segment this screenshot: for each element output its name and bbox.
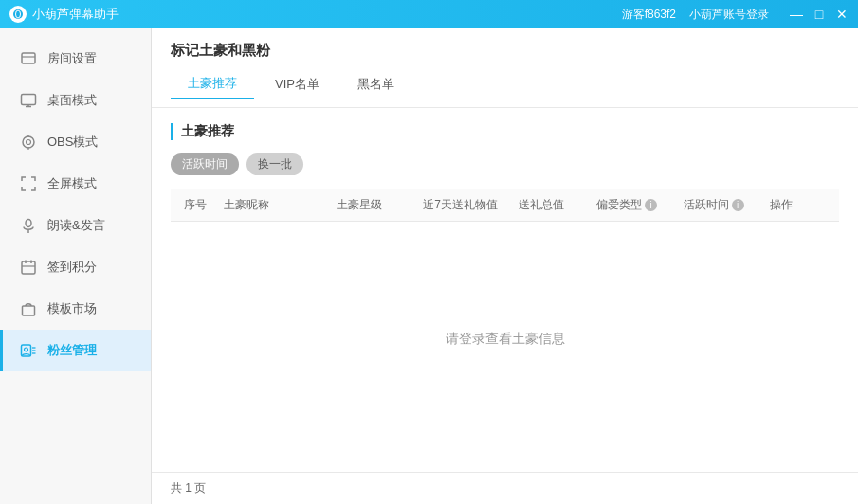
fullscreen-mode-icon — [19, 174, 38, 193]
user-id: 游客f863f2 — [622, 7, 676, 23]
app-title: 小葫芦弹幕助手 — [32, 6, 119, 23]
svg-rect-17 — [23, 306, 35, 315]
read-speak-icon — [19, 216, 38, 235]
title-bar: 小葫芦弹幕助手 游客f863f2 小葫芦账号登录 — □ ✕ — [0, 0, 858, 28]
section-title: 土豪推荐 — [171, 123, 839, 140]
empty-state: 请登录查看土豪信息 — [171, 222, 839, 457]
sidebar-label-template-market: 模板市场 — [47, 300, 97, 317]
svg-point-8 — [27, 140, 31, 145]
svg-point-11 — [26, 220, 31, 227]
sidebar-item-read-speak[interactable]: 朗读&发言 — [0, 205, 151, 246]
svg-rect-2 — [22, 53, 35, 63]
title-bar-right: 游客f863f2 小葫芦账号登录 — □ ✕ — [622, 7, 849, 23]
fan-management-icon — [19, 341, 38, 360]
col-header-op: 操作 — [770, 197, 839, 213]
close-button[interactable]: ✕ — [835, 8, 849, 21]
sidebar-label-desktop-mode: 桌面模式 — [47, 92, 97, 109]
svg-point-7 — [23, 136, 34, 148]
col-header-seq: 序号 — [171, 197, 224, 213]
col-header-level: 土豪星级 — [337, 197, 423, 213]
template-market-icon — [19, 299, 38, 318]
page-header: 标记土豪和黑粉 土豪推荐 VIP名单 黑名单 — [152, 28, 858, 108]
col-header-fav: 偏爱类型 i — [596, 197, 683, 213]
minimize-button[interactable]: — — [790, 8, 803, 21]
col-header-gift7: 近7天送礼物值 — [423, 197, 519, 213]
tab-blacklist[interactable]: 黑名单 — [340, 69, 411, 99]
content-area: 标记土豪和黑粉 土豪推荐 VIP名单 黑名单 土豪推荐 活跃时间 换一批 序号 … — [152, 28, 858, 504]
col-header-active: 活跃时间 i — [684, 197, 770, 213]
filter-activity-time[interactable]: 活跃时间 — [171, 153, 239, 175]
svg-rect-13 — [22, 261, 35, 274]
sidebar-label-read-speak: 朗读&发言 — [47, 217, 105, 234]
active-info-icon[interactable]: i — [732, 199, 744, 211]
desktop-mode-icon — [19, 91, 38, 110]
sidebar-item-template-market[interactable]: 模板市场 — [0, 288, 151, 330]
sidebar-item-desktop-mode[interactable]: 桌面模式 — [0, 80, 151, 121]
tab-vip-list[interactable]: VIP名单 — [258, 69, 337, 99]
page-title: 标记土豪和黑粉 — [171, 42, 839, 60]
title-bar-left: 小葫芦弹幕助手 — [9, 6, 119, 23]
sidebar-label-fan-management: 粉丝管理 — [47, 342, 97, 359]
filter-bar: 活跃时间 换一批 — [171, 153, 839, 175]
sidebar-item-room-settings[interactable]: 房间设置 — [0, 38, 151, 80]
svg-rect-4 — [22, 95, 36, 105]
login-link[interactable]: 小葫芦账号登录 — [689, 7, 769, 23]
sidebar: 房间设置 桌面模式 OBS模式 — [0, 28, 152, 504]
room-settings-icon — [19, 49, 38, 68]
main-layout: 房间设置 桌面模式 OBS模式 — [0, 28, 858, 504]
tab-tuhao-recommend[interactable]: 土豪推荐 — [171, 69, 254, 99]
obs-mode-icon — [19, 133, 38, 152]
fav-info-icon[interactable]: i — [645, 199, 657, 211]
app-logo — [9, 6, 27, 23]
sidebar-item-checkin-points[interactable]: 签到积分 — [0, 246, 151, 288]
sidebar-label-obs-mode: OBS模式 — [47, 134, 98, 151]
svg-point-19 — [25, 348, 28, 351]
sidebar-label-room-settings: 房间设置 — [47, 50, 97, 67]
sidebar-item-fan-management[interactable]: 粉丝管理 — [0, 330, 151, 371]
col-header-name: 土豪昵称 — [224, 197, 337, 213]
sidebar-label-fullscreen-mode: 全屏模式 — [47, 175, 97, 192]
tab-bar: 土豪推荐 VIP名单 黑名单 — [171, 69, 839, 99]
col-header-total: 送礼总值 — [519, 197, 596, 213]
sidebar-item-fullscreen-mode[interactable]: 全屏模式 — [0, 163, 151, 205]
section-body: 土豪推荐 活跃时间 换一批 序号 土豪昵称 土豪星级 近7天送礼物值 — [152, 108, 858, 472]
sidebar-label-checkin-points: 签到积分 — [47, 259, 97, 276]
checkin-points-icon — [19, 258, 38, 277]
sidebar-item-obs-mode[interactable]: OBS模式 — [0, 121, 151, 163]
maximize-button[interactable]: □ — [812, 8, 826, 21]
window-controls: — □ ✕ — [790, 8, 849, 21]
filter-change-batch[interactable]: 换一批 — [246, 153, 303, 175]
content-footer: 共 1 页 — [152, 472, 858, 504]
table-header: 序号 土豪昵称 土豪星级 近7天送礼物值 送礼总值 偏爱类型 i — [171, 189, 839, 222]
